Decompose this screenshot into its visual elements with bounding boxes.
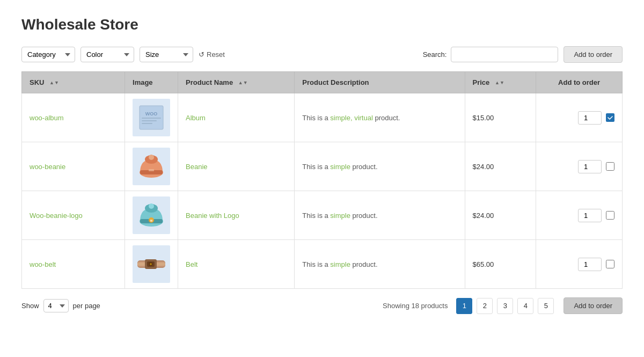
page-button-4[interactable]: 4 xyxy=(517,298,533,314)
description-cell: This is a simple product. xyxy=(295,191,465,240)
sort-arrows-name[interactable]: ▲▼ xyxy=(238,81,248,85)
svg-rect-4 xyxy=(142,120,157,121)
description-cell: This is a simple product. xyxy=(295,240,465,289)
svg-rect-3 xyxy=(142,118,161,119)
per-page-label: per page xyxy=(73,302,100,310)
toolbar: Category Color Size ↺ Reset Search: Add … xyxy=(21,46,623,63)
image-cell xyxy=(125,142,178,191)
svg-point-23 xyxy=(150,263,152,265)
description-cell: This is a simple product. xyxy=(295,142,465,191)
image-cell: W xyxy=(125,191,178,240)
sku-cell: woo-beanie xyxy=(22,142,125,191)
sku-cell: woo-belt xyxy=(22,240,125,289)
search-input[interactable] xyxy=(451,47,558,62)
add-to-order-cell xyxy=(536,191,623,240)
add-checkbox-2[interactable] xyxy=(606,211,614,220)
col-image: Image xyxy=(125,72,178,93)
product-name-link[interactable]: Belt xyxy=(186,260,197,268)
description-text: This is a simple product. xyxy=(302,163,377,171)
add-to-order-controls xyxy=(544,160,614,173)
products-table: SKU ▲▼ Image Product Name ▲▼ Product Des… xyxy=(21,71,623,289)
reset-icon: ↺ xyxy=(199,50,204,59)
sku-cell: woo-album xyxy=(22,93,125,142)
add-checkbox-1[interactable] xyxy=(606,162,614,171)
svg-rect-10 xyxy=(149,169,154,171)
product-name-link[interactable]: Album xyxy=(186,114,206,122)
add-to-order-cell xyxy=(536,93,623,142)
description-cell: This is a simple, virtual product. xyxy=(295,93,465,142)
page-button-3[interactable]: 3 xyxy=(497,298,513,314)
add-to-order-controls xyxy=(544,111,614,125)
reset-button[interactable]: ↺ Reset xyxy=(199,50,225,59)
add-to-order-button-bottom[interactable]: Add to order xyxy=(564,297,623,314)
showing-text: Showing 18 products xyxy=(383,302,448,310)
add-checkbox-3[interactable] xyxy=(606,260,614,268)
per-page-area: Show 4 8 12 per page xyxy=(21,299,100,312)
page-button-5[interactable]: 5 xyxy=(538,298,554,314)
add-to-order-cell xyxy=(536,142,623,191)
sort-arrows-sku[interactable]: ▲▼ xyxy=(49,81,59,85)
table-footer: Show 4 8 12 per page Showing 18 products… xyxy=(21,289,623,323)
size-filter[interactable]: Size xyxy=(140,47,193,62)
pagination-area: Showing 18 products 1 2 3 4 5 Add to ord… xyxy=(383,297,623,314)
search-area: Search: xyxy=(423,47,559,62)
add-checkbox-0[interactable] xyxy=(606,113,614,122)
col-add-to-order: Add to order xyxy=(536,72,623,93)
price-cell: $24.00 xyxy=(465,191,536,240)
image-cell xyxy=(125,240,178,289)
table-row: woo-album WOO Album This is a simple, vi… xyxy=(22,93,623,142)
table-row: Woo-beanie-logo W Beanie with Logo This … xyxy=(22,191,623,240)
col-price: Price ▲▼ xyxy=(465,72,536,93)
image-cell: WOO xyxy=(125,93,178,142)
per-page-select[interactable]: 4 8 12 xyxy=(43,299,69,312)
product-name-cell: Belt xyxy=(178,240,295,289)
product-name-link[interactable]: Beanie with Logo xyxy=(186,212,239,220)
product-name-link[interactable]: Beanie xyxy=(186,163,207,171)
add-to-order-button-top[interactable]: Add to order xyxy=(564,46,623,63)
product-name-cell: Beanie xyxy=(178,142,295,191)
page-button-1[interactable]: 1 xyxy=(456,298,472,314)
qty-input-1[interactable] xyxy=(578,160,602,173)
sku-link[interactable]: woo-belt xyxy=(30,260,56,268)
svg-point-14 xyxy=(149,203,154,209)
description-text: This is a simple product. xyxy=(302,260,377,268)
table-row: woo-belt Belt This is a simple product. … xyxy=(22,240,623,289)
page-title: Wholesale Store xyxy=(21,16,623,33)
sku-link[interactable]: Woo-beanie-logo xyxy=(30,212,83,220)
page-button-2[interactable]: 2 xyxy=(477,298,493,314)
price-cell: $24.00 xyxy=(465,142,536,191)
search-label: Search: xyxy=(423,50,447,59)
color-filter[interactable]: Color xyxy=(80,47,134,62)
show-label: Show xyxy=(21,302,39,310)
sort-arrows-price[interactable]: ▲▼ xyxy=(495,81,504,85)
table-row: woo-beanie Beanie This is a simple produ… xyxy=(22,142,623,191)
svg-text:WOO: WOO xyxy=(145,111,158,116)
col-product-name: Product Name ▲▼ xyxy=(178,72,295,93)
description-text: This is a simple product. xyxy=(302,212,377,220)
table-header-row: SKU ▲▼ Image Product Name ▲▼ Product Des… xyxy=(22,72,623,93)
svg-text:W: W xyxy=(150,219,153,222)
qty-input-3[interactable] xyxy=(578,258,602,271)
price-cell: $65.00 xyxy=(465,240,536,289)
sku-link[interactable]: woo-beanie xyxy=(30,163,65,171)
qty-input-0[interactable] xyxy=(578,111,602,125)
col-description: Product Description xyxy=(295,72,465,93)
product-name-cell: Beanie with Logo xyxy=(178,191,295,240)
product-name-cell: Album xyxy=(178,93,295,142)
sku-link[interactable]: woo-album xyxy=(30,114,64,122)
add-to-order-controls xyxy=(544,258,614,271)
description-text: This is a simple, virtual product. xyxy=(302,114,400,122)
add-to-order-controls xyxy=(544,209,614,222)
add-to-order-cell xyxy=(536,240,623,289)
col-sku: SKU ▲▼ xyxy=(22,72,125,93)
svg-rect-5 xyxy=(142,123,152,124)
price-cell: $15.00 xyxy=(465,93,536,142)
category-filter[interactable]: Category xyxy=(21,47,75,62)
sku-cell: Woo-beanie-logo xyxy=(22,191,125,240)
svg-point-9 xyxy=(149,155,154,160)
qty-input-2[interactable] xyxy=(578,209,602,222)
